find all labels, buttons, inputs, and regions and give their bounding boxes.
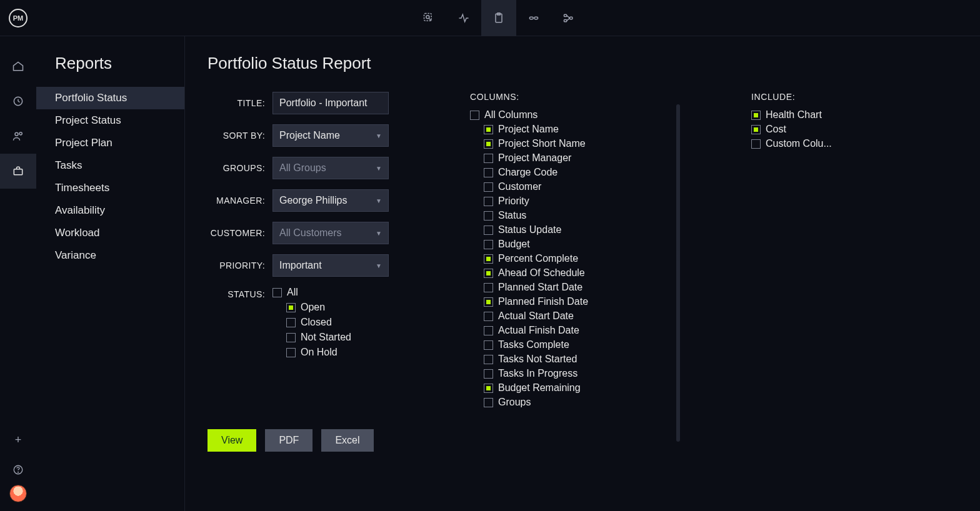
checkbox-icon [484, 369, 493, 379]
checkbox-label: On Hold [301, 347, 338, 358]
chevron-down-icon: ▼ [376, 230, 382, 237]
title-input[interactable]: Portfolio - Important [272, 92, 389, 114]
sort-select[interactable]: Project Name▼ [272, 124, 389, 147]
checkbox-label: Actual Start Date [498, 310, 574, 322]
add-icon[interactable]: + [0, 425, 36, 455]
report-item[interactable]: Project Status [36, 109, 184, 132]
checkbox-label: Planned Start Date [498, 282, 582, 293]
checkbox-option[interactable]: Open [272, 302, 389, 313]
clipboard-icon[interactable] [481, 0, 516, 36]
checkbox-option[interactable]: Not Started [272, 332, 389, 343]
checkbox-label: Health Chart [766, 109, 822, 121]
checkbox-option[interactable]: Charge Code [470, 167, 670, 178]
checkbox-option[interactable]: Percent Complete [470, 253, 670, 264]
checkbox-option[interactable]: Custom Colu... [751, 138, 876, 149]
report-item[interactable]: Timesheets [36, 177, 184, 199]
checkbox-icon [484, 283, 493, 292]
checkbox-label: Priority [498, 196, 529, 207]
report-item[interactable]: Workload [36, 222, 184, 244]
checkbox-label: Percent Complete [498, 253, 578, 264]
svg-rect-5 [529, 17, 533, 19]
checkbox-option[interactable]: Status Update [470, 224, 670, 236]
checkbox-label: All [287, 287, 298, 298]
checkbox-label: Not Started [301, 332, 351, 343]
checkbox-option[interactable]: Planned Start Date [470, 282, 670, 293]
checkbox-option[interactable]: Budget Remaining [470, 382, 670, 394]
checkbox-option[interactable]: Closed [272, 317, 389, 328]
checkbox-option[interactable]: Budget [470, 239, 670, 250]
action-buttons: View PDF Excel [208, 424, 389, 452]
checkbox-icon [484, 211, 493, 221]
help-icon[interactable] [0, 455, 36, 485]
report-item[interactable]: Project Plan [36, 132, 184, 154]
clock-icon[interactable] [0, 84, 36, 119]
view-button[interactable]: View [208, 429, 256, 452]
checkbox-icon [751, 139, 761, 149]
checkbox-option[interactable]: Actual Finish Date [470, 325, 670, 336]
page-title: Portfolio Status Report [208, 54, 958, 73]
svg-rect-17 [14, 169, 22, 175]
checkbox-label: Actual Finish Date [498, 325, 579, 336]
checkbox-option[interactable]: Priority [470, 196, 670, 207]
link-icon[interactable] [516, 0, 551, 36]
report-item[interactable]: Variance [36, 244, 184, 267]
checkbox-option[interactable]: Project Short Name [470, 138, 670, 149]
groups-select[interactable]: All Groups▼ [272, 157, 389, 179]
checkbox-label: Charge Code [498, 167, 558, 178]
briefcase-icon[interactable] [0, 154, 36, 189]
checkbox-icon [484, 384, 493, 393]
checkbox-label: Project Name [498, 124, 559, 135]
logo[interactable]: PM [0, 0, 36, 36]
checkbox-option[interactable]: On Hold [272, 347, 389, 358]
checkbox-option[interactable]: All [272, 287, 389, 298]
activity-icon[interactable] [446, 0, 481, 36]
chevron-down-icon: ▼ [376, 165, 382, 172]
checkbox-option[interactable]: Project Manager [470, 152, 670, 164]
scrollbar[interactable] [676, 104, 680, 442]
checkbox-icon [484, 154, 493, 163]
checkbox-option[interactable]: All Columns [470, 109, 670, 121]
checkbox-option[interactable]: Groups [470, 397, 670, 408]
checkbox-label: Budget [498, 239, 530, 250]
checkbox-icon [484, 168, 493, 177]
checkbox-label: Customer [498, 181, 541, 192]
checkbox-option[interactable]: Tasks In Progress [470, 368, 670, 379]
checkbox-option[interactable]: Health Chart [751, 109, 876, 121]
include-section: INCLUDE: Health ChartCostCustom Colu... [751, 92, 876, 499]
checkbox-option[interactable]: Tasks Not Started [470, 354, 670, 365]
svg-point-16 [19, 132, 22, 135]
checkbox-icon [484, 125, 493, 134]
checkbox-option[interactable]: Actual Start Date [470, 310, 670, 322]
top-toolbar [411, 0, 586, 36]
people-icon[interactable] [0, 119, 36, 154]
checkbox-icon [484, 326, 493, 335]
pdf-button[interactable]: PDF [265, 429, 312, 452]
checkbox-option[interactable]: Customer [470, 181, 670, 192]
checkbox-option[interactable]: Project Name [470, 124, 670, 135]
checkbox-option[interactable]: Status [470, 210, 670, 221]
home-icon[interactable] [0, 49, 36, 84]
filter-form: TITLE: Portfolio - Important SORT BY: Pr… [208, 92, 389, 499]
checkbox-icon [286, 303, 296, 312]
report-item[interactable]: Availability [36, 199, 184, 222]
checkbox-icon [272, 288, 282, 297]
report-item[interactable]: Portfolio Status [36, 87, 184, 109]
checkbox-icon [484, 269, 493, 278]
checkbox-label: Status [498, 210, 526, 221]
priority-select[interactable]: Important▼ [272, 254, 389, 277]
excel-button[interactable]: Excel [321, 429, 373, 452]
checkbox-label: Status Update [498, 224, 561, 236]
avatar[interactable] [9, 485, 27, 502]
report-item[interactable]: Tasks [36, 154, 184, 177]
checkbox-icon [484, 226, 493, 235]
search-icon[interactable] [411, 0, 446, 36]
checkbox-option[interactable]: Cost [751, 124, 876, 135]
checkbox-option[interactable]: Tasks Complete [470, 339, 670, 350]
checkbox-option[interactable]: Ahead Of Schedule [470, 267, 670, 279]
checkbox-label: Project Short Name [498, 138, 586, 149]
customer-select[interactable]: All Customers▼ [272, 222, 389, 244]
manager-select[interactable]: George Phillips▼ [272, 189, 389, 212]
checkbox-option[interactable]: Planned Finish Date [470, 296, 670, 307]
checkbox-icon [484, 254, 493, 264]
flow-icon[interactable] [551, 0, 586, 36]
